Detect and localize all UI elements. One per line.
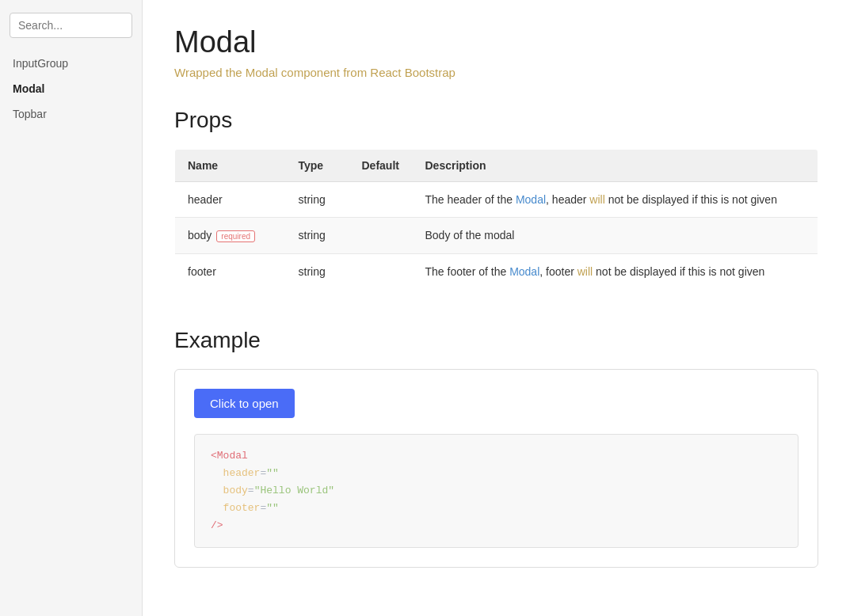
sidebar: InputGroupModalTopbar <box>0 0 143 616</box>
search-container <box>0 13 142 51</box>
prop-description-cell: The header of the Modal, header will not… <box>413 182 818 218</box>
example-section: Example Click to open <Modal header="" b… <box>174 328 818 568</box>
prop-name-cell: header <box>175 182 286 218</box>
props-table-body: headerstringThe header of the Modal, hea… <box>175 182 818 290</box>
sidebar-item-topbar[interactable]: Topbar <box>0 101 142 127</box>
prop-type-cell: string <box>286 218 349 254</box>
table-row: bodyrequiredstringBody of the modal <box>175 218 818 254</box>
code-tag-open: <Modal <box>211 450 248 462</box>
prop-description-cell: Body of the modal <box>413 218 818 254</box>
required-badge: required <box>216 230 255 242</box>
prop-name-cell: bodyrequired <box>175 218 286 254</box>
main-content: Modal Wrapped the Modal component from R… <box>143 0 850 616</box>
code-val-header: "" <box>266 467 279 479</box>
code-attr-body: body <box>211 485 248 496</box>
sidebar-item-inputgroup[interactable]: InputGroup <box>0 51 142 76</box>
col-header-default: Default <box>349 150 413 182</box>
prop-name: header <box>188 193 223 206</box>
table-header-row: Name Type Default Description <box>175 150 818 182</box>
code-eq2: = <box>248 485 254 496</box>
example-box: Click to open <Modal header="" body="Hel… <box>174 369 818 568</box>
prop-description-cell: The footer of the Modal, footer will not… <box>413 253 818 289</box>
col-header-name: Name <box>175 150 286 182</box>
prop-type-cell: string <box>286 182 349 218</box>
prop-type-cell: string <box>286 253 349 289</box>
code-attr-footer: footer <box>211 502 260 514</box>
table-row: footerstringThe footer of the Modal, foo… <box>175 253 818 289</box>
prop-default-cell <box>349 182 413 218</box>
page-subtitle: Wrapped the Modal component from React B… <box>174 66 818 79</box>
code-val-footer: "" <box>266 502 279 514</box>
code-tag-close: /> <box>211 519 223 531</box>
page-title: Modal <box>174 25 818 59</box>
prop-default-cell <box>349 218 413 254</box>
table-header: Name Type Default Description <box>175 150 818 182</box>
sidebar-item-modal[interactable]: Modal <box>0 76 142 101</box>
prop-name-cell: footer <box>175 253 286 289</box>
table-row: headerstringThe header of the Modal, hea… <box>175 182 818 218</box>
col-header-description: Description <box>413 150 818 182</box>
prop-name: footer <box>188 265 216 278</box>
col-header-type: Type <box>286 150 349 182</box>
props-heading: Props <box>174 108 818 133</box>
example-heading: Example <box>174 328 818 353</box>
code-attr-header: header <box>211 467 260 479</box>
code-val-body: "Hello World" <box>254 485 334 496</box>
nav-list: InputGroupModalTopbar <box>0 51 142 127</box>
search-input[interactable] <box>10 13 132 38</box>
code-block: <Modal header="" body="Hello World" foot… <box>194 434 799 548</box>
prop-name: body <box>188 229 212 241</box>
props-table: Name Type Default Description headerstri… <box>174 149 818 290</box>
prop-default-cell <box>349 253 413 289</box>
click-to-open-button[interactable]: Click to open <box>194 389 295 418</box>
